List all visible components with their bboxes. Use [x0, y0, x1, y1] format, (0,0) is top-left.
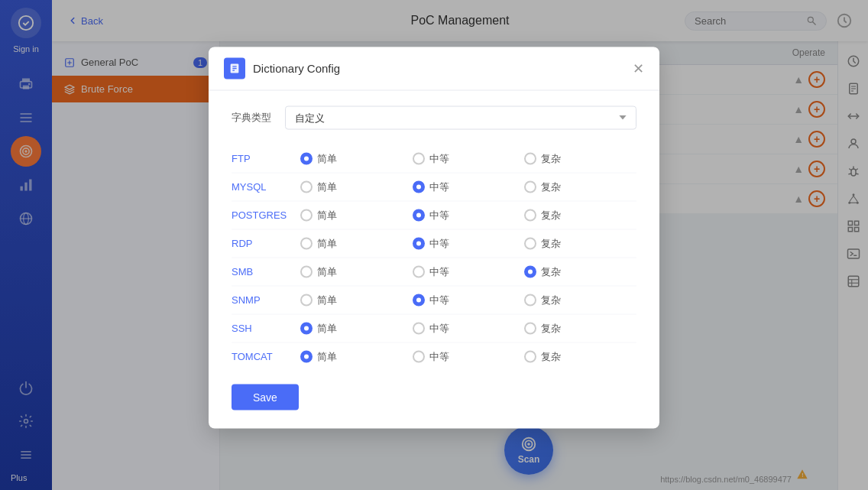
- mysql-complex-label: 复杂: [541, 180, 561, 193]
- ssh-medium-option[interactable]: 中等: [413, 321, 525, 335]
- protocol-row-ssh: SSH 简单 中等 复杂: [232, 314, 636, 342]
- save-button[interactable]: Save: [232, 384, 299, 410]
- mysql-medium-option[interactable]: 中等: [413, 180, 525, 193]
- postgres-complex-label: 复杂: [541, 208, 561, 222]
- smb-medium-label: 中等: [429, 264, 449, 278]
- rdp-medium-option[interactable]: 中等: [413, 236, 525, 250]
- ssh-complex-option[interactable]: 复杂: [524, 321, 636, 335]
- protocol-row-rdp: RDP 简单 中等 复杂: [232, 229, 636, 258]
- ftp-complex-option[interactable]: 复杂: [524, 151, 636, 165]
- tomcat-simple-option[interactable]: 简单: [300, 349, 413, 363]
- protocol-name-mysql: MYSQL: [232, 181, 300, 193]
- ssh-complex-radio[interactable]: [524, 322, 536, 334]
- smb-complex-label: 复杂: [541, 264, 561, 278]
- tomcat-medium-radio[interactable]: [413, 350, 425, 362]
- ssh-simple-radio[interactable]: [300, 322, 313, 334]
- ssh-simple-label: 简单: [317, 321, 337, 335]
- snmp-simple-label: 简单: [317, 293, 337, 307]
- tomcat-medium-label: 中等: [429, 349, 449, 363]
- modal-close-button[interactable]: ✕: [633, 60, 644, 76]
- tomcat-medium-option[interactable]: 中等: [413, 349, 525, 363]
- dict-type-label: 字典类型: [232, 111, 285, 125]
- ssh-medium-label: 中等: [429, 321, 449, 335]
- tomcat-simple-label: 简单: [317, 349, 337, 363]
- ftp-options: 简单 中等 复杂: [300, 151, 636, 165]
- dict-type-select[interactable]: 自定义 默认: [285, 105, 636, 129]
- protocol-name-snmp: SNMP: [232, 294, 300, 306]
- rdp-medium-label: 中等: [429, 236, 449, 250]
- smb-medium-option[interactable]: 中等: [413, 264, 525, 278]
- rdp-simple-option[interactable]: 简单: [300, 236, 413, 250]
- ssh-options: 简单 中等 复杂: [300, 321, 636, 335]
- tomcat-simple-radio[interactable]: [300, 350, 313, 362]
- postgres-options: 简单 中等 复杂: [300, 208, 636, 222]
- rdp-complex-label: 复杂: [541, 236, 561, 250]
- ftp-medium-label: 中等: [429, 151, 449, 165]
- rdp-simple-label: 简单: [317, 236, 337, 250]
- postgres-medium-option[interactable]: 中等: [413, 208, 525, 222]
- dict-type-row: 字典类型 自定义 默认: [232, 105, 636, 129]
- postgres-complex-radio[interactable]: [524, 209, 536, 221]
- protocol-table: FTP 简单 中等 复杂: [232, 144, 636, 370]
- rdp-complex-option[interactable]: 复杂: [524, 236, 636, 250]
- ftp-simple-label: 简单: [317, 151, 337, 165]
- postgres-medium-radio[interactable]: [413, 209, 425, 221]
- ftp-simple-radio[interactable]: [300, 152, 313, 164]
- protocol-row-mysql: MYSQL 简单 中等 复杂: [232, 173, 636, 201]
- rdp-options: 简单 中等 复杂: [300, 236, 636, 250]
- rdp-simple-radio[interactable]: [300, 237, 313, 249]
- mysql-medium-radio[interactable]: [413, 180, 425, 193]
- mysql-medium-label: 中等: [429, 180, 449, 193]
- mysql-complex-radio[interactable]: [524, 180, 536, 193]
- ssh-simple-option[interactable]: 简单: [300, 321, 413, 335]
- ssh-medium-radio[interactable]: [413, 322, 425, 334]
- snmp-medium-radio[interactable]: [413, 294, 425, 306]
- tomcat-options: 简单 中等 复杂: [300, 349, 636, 363]
- mysql-options: 简单 中等 复杂: [300, 180, 636, 193]
- protocol-row-snmp: SNMP 简单 中等 复杂: [232, 286, 636, 314]
- mysql-simple-radio[interactable]: [300, 180, 313, 193]
- smb-medium-radio[interactable]: [413, 265, 425, 277]
- tomcat-complex-option[interactable]: 复杂: [524, 349, 636, 363]
- protocol-row-tomcat: TOMCAT 简单 中等 复杂: [232, 342, 636, 370]
- snmp-complex-label: 复杂: [541, 293, 561, 307]
- snmp-complex-option[interactable]: 复杂: [524, 293, 636, 307]
- modal-title: Dictionary Config: [253, 62, 633, 75]
- snmp-medium-label: 中等: [429, 293, 449, 307]
- mysql-complex-option[interactable]: 复杂: [524, 180, 636, 193]
- rdp-complex-radio[interactable]: [524, 237, 536, 249]
- protocol-name-ftp: FTP: [232, 153, 300, 164]
- protocol-name-tomcat: TOMCAT: [232, 351, 300, 362]
- rdp-medium-radio[interactable]: [413, 237, 425, 249]
- snmp-options: 简单 中等 复杂: [300, 293, 636, 307]
- ftp-complex-label: 复杂: [541, 151, 561, 165]
- modal-header: Dictionary Config ✕: [209, 47, 659, 90]
- protocol-name-smb: SMB: [232, 266, 300, 277]
- mysql-simple-option[interactable]: 简单: [300, 180, 413, 193]
- postgres-simple-radio[interactable]: [300, 209, 313, 221]
- snmp-simple-radio[interactable]: [300, 294, 313, 306]
- postgres-complex-option[interactable]: 复杂: [524, 208, 636, 222]
- snmp-simple-option[interactable]: 简单: [300, 293, 413, 307]
- postgres-simple-label: 简单: [317, 208, 337, 222]
- modal-header-icon: [224, 57, 245, 79]
- ftp-medium-radio[interactable]: [413, 152, 425, 164]
- protocol-row-smb: SMB 简单 中等 复杂: [232, 258, 636, 286]
- postgres-simple-option[interactable]: 简单: [300, 208, 413, 222]
- smb-simple-label: 简单: [317, 264, 337, 278]
- smb-complex-option[interactable]: 复杂: [524, 264, 636, 278]
- smb-complex-radio[interactable]: [524, 265, 536, 277]
- ftp-simple-option[interactable]: 简单: [300, 151, 413, 165]
- tomcat-complex-label: 复杂: [541, 349, 561, 363]
- snmp-medium-option[interactable]: 中等: [413, 293, 525, 307]
- smb-simple-option[interactable]: 简单: [300, 264, 413, 278]
- protocol-row-ftp: FTP 简单 中等 复杂: [232, 144, 636, 173]
- snmp-complex-radio[interactable]: [524, 294, 536, 306]
- ftp-complex-radio[interactable]: [524, 152, 536, 164]
- ftp-medium-option[interactable]: 中等: [413, 151, 525, 165]
- tomcat-complex-radio[interactable]: [524, 350, 536, 362]
- smb-simple-radio[interactable]: [300, 265, 313, 277]
- modal-body: 字典类型 自定义 默认 FTP 简单 中等: [209, 90, 659, 428]
- ssh-complex-label: 复杂: [541, 321, 561, 335]
- dict-icon: [228, 62, 241, 74]
